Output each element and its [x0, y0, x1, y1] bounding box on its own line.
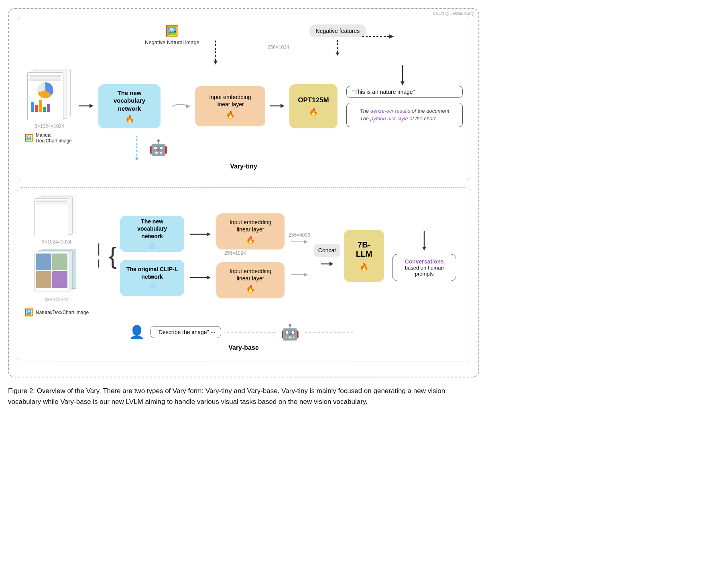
two-networks: The new vocabularynetwork ❄️ The origina… — [120, 216, 184, 296]
arrow-concat-bottom-group — [289, 271, 309, 280]
robot-teal-row: 🤖 — [133, 136, 463, 160]
arrow-group-top — [188, 228, 212, 240]
svg-marker-3 — [336, 53, 340, 56]
opt-box: OPT125M 🔥 — [289, 84, 338, 128]
vary-base-panel: 3×1024×1024 — [17, 187, 470, 361]
embed-linear-label-base-1: Input embeddinglinear layer — [230, 219, 271, 233]
llm-label: 7B-LLM — [350, 240, 378, 259]
embed-linear-label-tiny: Input embeddinglinear layer — [209, 93, 251, 108]
arrow-group-bottom — [188, 272, 212, 284]
vocab-network-label-base: The new vocabularynetwork — [126, 218, 179, 240]
watermark: CSDN @Liekkas Kong — [433, 11, 474, 16]
image-icon-neg: 🖼️ — [165, 24, 179, 38]
image-icon-natural: 🖼️ — [24, 308, 33, 317]
fire-icon-embed-base-2: 🔥 — [246, 284, 255, 293]
clip-network-box: The original CLIP-Lnetwork ❄️ — [120, 260, 184, 296]
base-embed-col: Input embeddinglinear layer 🔥 256×1024 I… — [216, 213, 285, 298]
ocr-text: The dense-ocr results of the document Th… — [360, 107, 449, 123]
dashed-right-arrow — [362, 32, 394, 41]
purple-text-2: python dict-style — [370, 116, 408, 122]
conversations-box: Conversations based on humanprompts — [392, 254, 456, 281]
concat-box: Concat — [314, 244, 340, 257]
describe-prompt-text: "Describe the image" ··· — [157, 329, 215, 335]
caption-text: Figure 2: Overview of the Vary. There ar… — [8, 385, 479, 407]
diagram-area: CSDN @Liekkas Kong 🖼️ Negative Natural i… — [8, 8, 479, 377]
fire-icon-opt: 🔥 — [309, 107, 318, 116]
robot-icon-base: 🤖 — [281, 323, 299, 341]
base-left-arrow — [93, 239, 105, 273]
robot-icon-tiny: 🤖 — [149, 139, 168, 156]
svg-marker-23 — [304, 240, 308, 244]
doc-to-vocab-arrow — [79, 102, 94, 111]
fire-icon-embed-tiny: 🔥 — [226, 110, 235, 119]
quote-box-tiny: "This is an nature image" — [346, 86, 463, 98]
vocab-to-embed-arrow-group — [170, 100, 190, 112]
manual-img-label: Manual Doc/Chart image — [36, 132, 74, 144]
svg-marker-27 — [329, 262, 333, 266]
neg-features-group: Negative features — [309, 24, 366, 56]
embed-to-opt-arrow — [270, 102, 285, 111]
base-network-arrows — [188, 228, 212, 284]
natural-img-label-row: 🖼️ Natural/Doc/Chart image — [24, 308, 89, 317]
opt-down-arrow-area — [399, 65, 407, 87]
base-bottom-row: 👤 "Describe the image" ··· 🤖 — [129, 323, 463, 341]
teal-dashed-line — [133, 136, 141, 160]
right-side-tiny: "This is an nature image" The dense-ocr … — [346, 86, 463, 127]
doc-chart-image-group: 3×1024×1024 🖼️ Manual Doc/Chart image — [24, 69, 74, 144]
svg-marker-5 — [389, 34, 394, 39]
conversations-label: Conversations — [405, 258, 444, 265]
snowflake-icon-vocab: ❄️ — [148, 242, 156, 250]
svg-marker-19 — [207, 232, 211, 236]
describe-prompt-box: "Describe the image" ··· — [150, 326, 221, 338]
arrow-concat-top-group: 256×4096 — [289, 232, 310, 246]
main-container: CSDN @Liekkas Kong 🖼️ Negative Natural i… — [8, 8, 479, 407]
svg-marker-7 — [89, 104, 94, 108]
svg-marker-21 — [207, 276, 211, 280]
image-icon-manual: 🖼️ — [24, 134, 33, 142]
bracket-vocab: { The new vocabularynetwork ❄️ The origi… — [109, 216, 184, 296]
embed-linear-label-base-2: Input embeddinglinear layer — [230, 268, 271, 282]
fire-icon-embed-base-1: 🔥 — [246, 235, 255, 244]
opt-label: OPT125M — [298, 96, 329, 104]
base-concat-arrows: 256×4096 — [289, 232, 310, 280]
img-stack-doc — [27, 69, 71, 121]
neg-down-arrow — [211, 41, 220, 65]
tiny-main-row: 3×1024×1024 🖼️ Manual Doc/Chart image T — [24, 69, 463, 144]
base-left-images: 3×1024×1024 — [24, 195, 89, 317]
dashed-line-to-robot — [227, 332, 275, 333]
dim-3x1024-base: 3×1024×1024 — [42, 239, 71, 245]
neg-arrow-area — [211, 41, 220, 66]
snowflake-icon-clip: ❄️ — [148, 283, 156, 290]
llm-right-group: Conversations based on humanprompts — [392, 231, 456, 281]
fire-icon-vocab-tiny: 🔥 — [125, 115, 134, 124]
dim-3x1024-doc: 3×1024×1024 — [35, 124, 64, 129]
svg-marker-8 — [186, 104, 190, 108]
svg-marker-29 — [422, 247, 426, 251]
dashed-line-to-conv — [305, 332, 353, 333]
concat-group: Concat — [314, 244, 340, 268]
svg-marker-10 — [281, 104, 285, 108]
vocab-network-box-base: The new vocabularynetwork ❄️ — [120, 216, 184, 252]
fire-icon-llm: 🔥 — [360, 263, 368, 272]
embed-linear-box-base-1: Input embeddinglinear layer 🔥 — [216, 213, 285, 249]
page-1 — [27, 72, 63, 120]
svg-marker-1 — [214, 61, 218, 65]
img-stack-base-doc — [35, 195, 79, 235]
llm-box: 7B-LLM 🔥 — [344, 230, 384, 282]
embed-linear-box-base-2: Input embeddinglinear layer 🔥 — [216, 262, 285, 298]
curved-arrow-1 — [170, 100, 190, 112]
neg-natural-label: Negative Natural image — [145, 39, 199, 45]
ocr-results-box: The dense-ocr results of the document Th… — [346, 103, 463, 127]
dim-256-4096: 256×4096 — [289, 232, 310, 238]
opt-neg-arrow — [362, 32, 394, 42]
svg-marker-25 — [304, 273, 308, 277]
base-main-row: 3×1024×1024 — [24, 195, 463, 317]
vary-tiny-label: Vary-tiny — [24, 163, 463, 170]
clip-network-label: The original CLIP-Lnetwork — [126, 266, 178, 280]
neg-natural-group: 🖼️ Negative Natural image — [145, 24, 199, 45]
teal-dashed-group — [133, 136, 141, 160]
neg-features-box: Negative features — [309, 24, 366, 37]
natural-img-label: Natural/Doc/Chart image — [36, 310, 89, 315]
vocab-network-box-tiny: The new vocabularynetwork 🔥 — [98, 84, 161, 128]
vary-tiny-panel: 🖼️ Negative Natural image 256×1024 — [17, 17, 470, 180]
